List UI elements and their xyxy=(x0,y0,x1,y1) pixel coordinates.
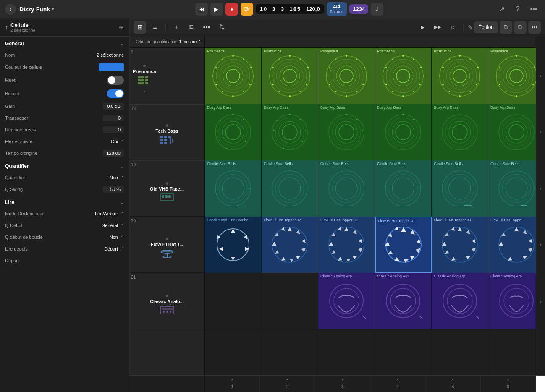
empty-3[interactable] xyxy=(375,329,432,375)
more-clip-button[interactable]: ••• xyxy=(200,21,213,34)
clip-3-2[interactable]: Flow Hi Hat Topper 02 xyxy=(318,217,375,273)
clip-1-4[interactable]: Busy Arp Bass xyxy=(432,104,488,160)
gain-value[interactable]: 0,0 dB xyxy=(103,103,124,110)
clip-0-2[interactable]: Prismatica xyxy=(318,48,375,104)
duplicate-button[interactable]: ⧉ xyxy=(185,21,198,34)
empty-5[interactable] xyxy=(488,329,536,375)
clip-3-3[interactable]: Flow Hi Hat Topper 01 xyxy=(375,217,432,273)
empty-4[interactable] xyxy=(432,329,488,375)
clip-3-1[interactable]: Flow Hi Hat Topper 02 xyxy=(262,217,318,273)
q-boucle-value[interactable]: Non ⌃ xyxy=(110,235,124,240)
position-display: 10 3 3 185 120,0 xyxy=(256,4,324,14)
mute-dot-21[interactable] xyxy=(166,295,168,297)
qswing-value[interactable]: 50 % xyxy=(103,186,124,193)
clip-2-4[interactable]: Gentle Sine Bells xyxy=(432,160,488,217)
svg-point-125 xyxy=(532,84,534,85)
track-expand-btn-1[interactable]: › xyxy=(144,89,145,94)
clip-3-0[interactable]: Sparkle and...ine Cymbal xyxy=(205,217,262,273)
muet-toggle[interactable] xyxy=(107,76,124,85)
clip-1-0[interactable]: Busy Arp Bass xyxy=(205,104,262,160)
back-button[interactable]: ‹ xyxy=(5,4,16,15)
quantifier-value[interactable]: Non ⌃ xyxy=(110,175,124,180)
clip-0-0[interactable]: Prismatica xyxy=(205,48,262,104)
grid-view-button[interactable]: ⊞ xyxy=(134,21,146,34)
col-arrow-1: ⌃ xyxy=(231,379,234,383)
back-icon: ‹ xyxy=(10,6,12,13)
play-button[interactable]: ▶ xyxy=(210,3,223,16)
tempo-value[interactable]: 128,00 xyxy=(103,150,124,157)
metronome-button[interactable]: ♩ xyxy=(371,3,383,16)
svg-point-164 xyxy=(356,119,358,120)
transpose-value[interactable]: 0 xyxy=(103,115,124,121)
clip-0-3[interactable]: Prismatica xyxy=(375,48,432,104)
svg-point-64 xyxy=(279,59,280,60)
clip-1-5[interactable]: Busy Arp Bass xyxy=(488,104,536,160)
property-couleur[interactable]: Couleur de cellule xyxy=(0,61,129,73)
loop-button[interactable]: ⟳ xyxy=(241,3,253,16)
track-number-18: 18 xyxy=(131,106,136,111)
clip-4-4[interactable]: Classic Analog Arp xyxy=(432,273,488,329)
mode-value[interactable]: Lire/Arrêter ⌃ xyxy=(95,211,124,216)
color-picker[interactable] xyxy=(99,63,124,71)
clip-0-5[interactable]: Prismatica xyxy=(488,48,536,104)
count-in-display[interactable]: 1234 xyxy=(349,4,368,14)
flex-value[interactable]: Oui ⌃ xyxy=(111,139,124,144)
right-expand-0[interactable]: › xyxy=(540,48,542,104)
help-button[interactable]: ? xyxy=(511,3,524,16)
more3-button[interactable]: ••• xyxy=(528,21,541,34)
record-button[interactable]: ● xyxy=(225,3,238,16)
clip-0-1[interactable]: Prismatica xyxy=(262,48,318,104)
clip-2-2[interactable]: Gentle Sine Bells xyxy=(318,160,375,217)
edition-button[interactable]: Édition xyxy=(474,21,498,33)
clip-2-5[interactable]: Gentle Sine Bells xyxy=(488,160,536,217)
clip-4-3[interactable]: Classic Analog Arp xyxy=(375,273,432,329)
right-expand-3[interactable]: › xyxy=(540,217,542,273)
general-chevron[interactable]: ⌄ xyxy=(120,41,124,47)
sort-button[interactable]: ⇅ xyxy=(215,21,228,34)
clip-4-0[interactable] xyxy=(205,273,262,329)
clip-2-3[interactable]: Gentle Sine Bells xyxy=(375,160,432,217)
mute-dot-19[interactable] xyxy=(166,182,168,185)
play-clip-button[interactable]: ▶ xyxy=(416,21,429,34)
mute-dot-20[interactable] xyxy=(166,238,168,240)
quantifier-chevron[interactable]: ⌄ xyxy=(120,163,124,169)
clip-3-5[interactable]: Flow Hi Hat Toppe xyxy=(488,217,536,273)
clip-4-2[interactable]: Classic Analog Arp xyxy=(318,273,375,329)
svg-point-210 xyxy=(329,227,364,262)
more-options-button[interactable]: ••• xyxy=(527,3,540,16)
list-view-button[interactable]: ≡ xyxy=(149,21,161,34)
right-expand-2[interactable]: › xyxy=(540,160,542,217)
mute-dot-1[interactable] xyxy=(143,65,146,67)
add-clip-button[interactable]: + xyxy=(170,21,183,34)
right-expand-1[interactable]: › xyxy=(540,104,542,160)
clip-1-3[interactable]: Busy Arp Bass xyxy=(375,104,432,160)
share-button[interactable]: ↗ xyxy=(495,3,508,16)
clip-2-0[interactable]: Gentle Sine Bells xyxy=(205,160,262,217)
empty-2[interactable] xyxy=(318,329,375,375)
mute-dot-18[interactable] xyxy=(166,124,168,127)
record-scene-button[interactable]: ○ xyxy=(446,21,459,34)
play-scene-button[interactable]: ▶▶ xyxy=(431,21,444,34)
copy1-button[interactable]: ⧉ xyxy=(500,21,512,34)
copy2-button[interactable]: ⧉ xyxy=(514,21,527,34)
clip-0-4[interactable]: Prismatica xyxy=(432,48,488,104)
q-debut-value[interactable]: Général ⌃ xyxy=(102,223,124,228)
svg-point-55 xyxy=(307,67,309,68)
clips-scroll[interactable]: Prismatica xyxy=(205,48,536,375)
lire-depuis-value[interactable]: Départ ⌃ xyxy=(104,246,124,251)
clip-3-4[interactable]: Flow Hi Hat Topper 03 xyxy=(432,217,488,273)
clip-1-2[interactable]: Busy Arp Bass xyxy=(318,104,375,160)
empty-0[interactable] xyxy=(205,329,262,375)
quant-value[interactable]: 1 mesure ⌃ xyxy=(179,39,201,44)
empty-1[interactable] xyxy=(262,329,318,375)
clip-4-5[interactable]: Classic Analog Arp xyxy=(488,273,536,329)
clip-4-1[interactable] xyxy=(262,273,318,329)
pin-icon[interactable]: ⊕ xyxy=(119,24,124,31)
clip-1-1[interactable]: Busy Arp Bass xyxy=(262,104,318,160)
lire-chevron[interactable]: ⌄ xyxy=(120,199,124,205)
rewind-button[interactable]: ⏮ xyxy=(195,3,208,16)
fine-tune-value[interactable]: 0 xyxy=(103,126,124,133)
boucle-toggle[interactable] xyxy=(107,89,124,98)
clip-2-1[interactable]: Gentle Sine Bells xyxy=(262,160,318,217)
right-expand-4[interactable]: › xyxy=(540,273,542,329)
